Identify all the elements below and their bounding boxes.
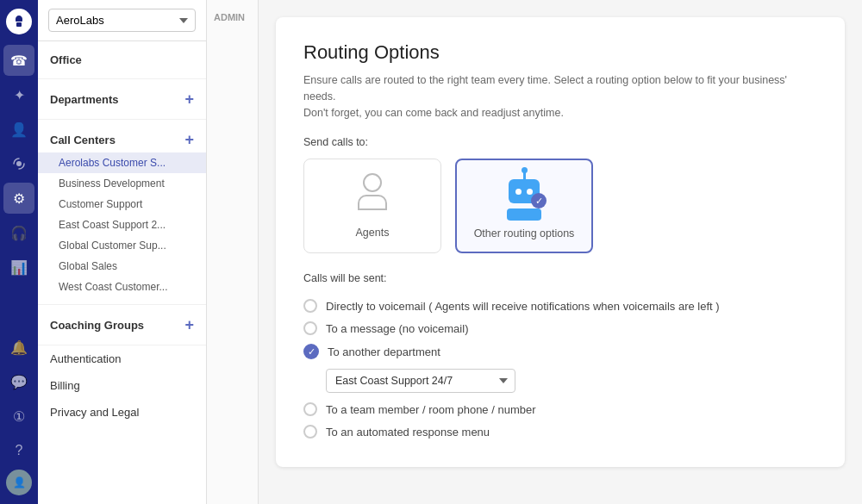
chart-nav-icon[interactable]: 📊 <box>3 252 34 283</box>
routing-panel: Routing Options Ensure calls are routed … <box>276 17 845 467</box>
headset-nav-icon[interactable]: 🎧 <box>3 217 34 248</box>
department-select-container: East Coast Support 24/7 <box>326 369 817 393</box>
nav-item-global-sales[interactable]: Global Sales <box>38 256 206 277</box>
radio-team-member-label: To a team member / room phone / number <box>326 403 536 416</box>
other-routing-label: Other routing options <box>474 227 575 240</box>
admin-area: ADMIN <box>207 0 259 504</box>
icon-sidebar: ☎ ✦ 👤 ⚙ 🎧 📊 🔔 💬 ① ? 👤 <box>0 0 38 504</box>
radio-voicemail-label: Directly to voicemail ( Agents will rece… <box>326 300 720 313</box>
svg-rect-1 <box>16 22 22 27</box>
privacy-legal-link[interactable]: Privacy and Legal <box>38 399 206 426</box>
nav-item-east-coast[interactable]: East Coast Support 2... <box>38 215 206 235</box>
star-nav-icon[interactable]: ✦ <box>3 79 34 110</box>
call-centers-add-button[interactable]: + <box>184 132 194 147</box>
coaching-groups-section: Coaching Groups + <box>38 305 206 345</box>
coaching-groups-header[interactable]: Coaching Groups + <box>38 312 206 338</box>
agents-card-label: Agents <box>356 227 390 239</box>
user-avatar[interactable]: 👤 <box>6 470 32 495</box>
clock-nav-icon[interactable]: ① <box>3 401 34 432</box>
coaching-groups-add-button[interactable]: + <box>184 317 194 333</box>
nav-item-customer-support[interactable]: Customer Support <box>38 194 206 215</box>
office-header[interactable]: Office <box>38 48 206 72</box>
person-nav-icon[interactable]: 👤 <box>3 114 34 145</box>
office-section: Office <box>38 41 206 79</box>
send-calls-label: Send calls to: <box>303 136 817 148</box>
nav-item-business-dev[interactable]: Business Development <box>38 173 206 194</box>
phone-nav-icon[interactable]: ☎ <box>3 45 34 76</box>
org-selector[interactable]: AeroLabs <box>48 9 196 32</box>
radio-automated-label: To an automated response menu <box>326 426 490 439</box>
check-department-circle: ✓ <box>303 344 319 359</box>
call-centers-header[interactable]: Call Centers + <box>38 127 206 152</box>
agents-card[interactable]: Agents <box>303 159 441 253</box>
calls-will-be-label: Calls will be sent: <box>303 272 817 284</box>
robot-figure: ✓ <box>507 172 541 221</box>
nav-item-aerolabs[interactable]: Aerolabs Customer S... <box>38 152 206 173</box>
bubble-nav-icon[interactable]: 💬 <box>3 366 34 397</box>
org-selector-container: AeroLabs <box>38 0 206 41</box>
radio-department[interactable]: ✓ To another department <box>303 339 817 364</box>
nav-item-west-coast[interactable]: West Coast Customer... <box>38 277 206 297</box>
radio-voicemail-circle <box>303 299 317 313</box>
robot-head: ✓ <box>509 179 540 203</box>
nav-item-global-customer[interactable]: Global Customer Sup... <box>38 235 206 256</box>
robot-antenna <box>523 172 526 179</box>
robot-body <box>507 208 541 221</box>
radio-automated[interactable]: To an automated response menu <box>303 420 817 443</box>
agent-body-shape <box>358 195 387 210</box>
check-badge: ✓ <box>531 193 547 208</box>
robot-antenna-ball <box>522 167 528 173</box>
nav-sidebar: AeroLabs Office Departments + Call Cente… <box>38 0 207 504</box>
robot-eyes <box>515 189 533 195</box>
radio-department-label: To another department <box>328 345 440 358</box>
routing-option-cards: Agents ✓ <box>303 159 817 253</box>
settings-nav-icon[interactable]: ⚙ <box>3 183 34 214</box>
svg-point-2 <box>16 161 22 166</box>
radio-message[interactable]: To a message (no voicemail) <box>303 317 817 339</box>
app-logo[interactable] <box>6 9 32 34</box>
broadcast-nav-icon[interactable] <box>3 148 34 179</box>
department-dropdown[interactable]: East Coast Support 24/7 <box>326 369 515 393</box>
departments-add-button[interactable]: + <box>184 91 194 107</box>
radio-automated-circle <box>303 425 317 439</box>
radio-team-member-circle <box>303 402 317 416</box>
agent-figure <box>352 173 393 220</box>
other-routing-card[interactable]: ✓ Other routing options <box>455 159 593 253</box>
radio-voicemail[interactable]: Directly to voicemail ( Agents will rece… <box>303 295 817 317</box>
bell-nav-icon[interactable]: 🔔 <box>3 332 34 363</box>
radio-team-member[interactable]: To a team member / room phone / number <box>303 398 817 420</box>
robot-right-eye <box>527 189 533 195</box>
departments-header[interactable]: Departments + <box>38 86 206 112</box>
authentication-link[interactable]: Authentication <box>38 345 206 372</box>
routing-subtitle: Ensure calls are routed to the right tea… <box>303 72 817 121</box>
admin-header: ADMIN <box>207 0 258 34</box>
help-nav-icon[interactable]: ? <box>3 435 34 466</box>
robot-left-eye <box>515 189 522 195</box>
radio-message-label: To a message (no voicemail) <box>326 322 468 335</box>
billing-link[interactable]: Billing <box>38 372 206 399</box>
call-centers-section: Call Centers + Aerolabs Customer S... Bu… <box>38 120 206 305</box>
agent-head-shape <box>363 173 382 192</box>
main-content: Routing Options Ensure calls are routed … <box>259 0 862 504</box>
radio-message-circle <box>303 321 317 335</box>
routing-title: Routing Options <box>303 41 817 64</box>
departments-section: Departments + <box>38 79 206 120</box>
